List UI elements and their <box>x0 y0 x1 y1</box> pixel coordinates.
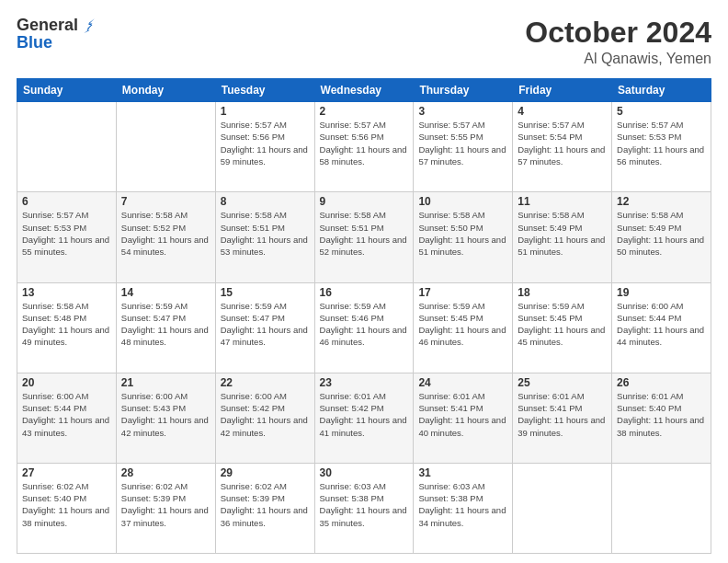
day-detail: Sunrise: 6:03 AM Sunset: 5:38 PM Dayligh… <box>418 480 507 529</box>
weekday-header-friday: Friday <box>513 79 612 102</box>
day-number: 9 <box>320 195 409 208</box>
day-detail: Sunrise: 5:58 AM Sunset: 5:49 PM Dayligh… <box>518 209 607 258</box>
day-number: 8 <box>221 195 310 208</box>
calendar-cell <box>17 102 117 192</box>
day-number: 18 <box>518 286 607 299</box>
day-detail: Sunrise: 5:59 AM Sunset: 5:46 PM Dayligh… <box>320 300 409 349</box>
day-detail: Sunrise: 6:00 AM Sunset: 5:43 PM Dayligh… <box>121 390 210 439</box>
day-number: 23 <box>320 376 409 389</box>
day-number: 26 <box>617 376 706 389</box>
day-number: 16 <box>320 286 409 299</box>
calendar-cell: 9Sunrise: 5:58 AM Sunset: 5:51 PM Daylig… <box>314 192 414 282</box>
day-number: 2 <box>320 105 409 118</box>
calendar-cell: 18Sunrise: 5:59 AM Sunset: 5:45 PM Dayli… <box>513 282 612 373</box>
day-detail: Sunrise: 6:01 AM Sunset: 5:40 PM Dayligh… <box>617 390 706 439</box>
calendar-cell: 17Sunrise: 5:59 AM Sunset: 5:45 PM Dayli… <box>414 282 513 373</box>
calendar-cell: 20Sunrise: 6:00 AM Sunset: 5:44 PM Dayli… <box>17 373 117 463</box>
day-detail: Sunrise: 5:59 AM Sunset: 5:47 PM Dayligh… <box>221 300 310 349</box>
day-detail: Sunrise: 6:02 AM Sunset: 5:39 PM Dayligh… <box>121 480 210 529</box>
calendar-cell: 3Sunrise: 5:57 AM Sunset: 5:55 PM Daylig… <box>414 102 513 192</box>
weekday-header-sunday: Sunday <box>17 79 117 102</box>
day-detail: Sunrise: 6:00 AM Sunset: 5:44 PM Dayligh… <box>617 300 706 349</box>
calendar-cell <box>116 102 215 192</box>
day-detail: Sunrise: 5:57 AM Sunset: 5:53 PM Dayligh… <box>617 119 706 167</box>
day-detail: Sunrise: 6:02 AM Sunset: 5:39 PM Dayligh… <box>221 480 310 529</box>
logo-bird-icon <box>80 17 97 33</box>
day-detail: Sunrise: 5:58 AM Sunset: 5:51 PM Dayligh… <box>221 209 310 258</box>
weekday-header-saturday: Saturday <box>612 79 711 102</box>
day-detail: Sunrise: 6:01 AM Sunset: 5:42 PM Dayligh… <box>320 390 409 439</box>
day-detail: Sunrise: 5:57 AM Sunset: 5:54 PM Dayligh… <box>518 119 607 167</box>
day-detail: Sunrise: 5:57 AM Sunset: 5:55 PM Dayligh… <box>418 119 507 167</box>
title-block: October 2024 Al Qanawis, Yemen <box>525 17 711 67</box>
day-number: 3 <box>418 105 507 118</box>
calendar-cell: 12Sunrise: 5:58 AM Sunset: 5:49 PM Dayli… <box>612 192 711 282</box>
day-number: 27 <box>22 466 111 479</box>
day-detail: Sunrise: 5:58 AM Sunset: 5:51 PM Dayligh… <box>320 209 409 258</box>
day-detail: Sunrise: 6:00 AM Sunset: 5:42 PM Dayligh… <box>221 390 310 439</box>
calendar-cell: 4Sunrise: 5:57 AM Sunset: 5:54 PM Daylig… <box>513 102 612 192</box>
day-detail: Sunrise: 5:59 AM Sunset: 5:47 PM Dayligh… <box>121 300 210 349</box>
day-detail: Sunrise: 5:57 AM Sunset: 5:53 PM Dayligh… <box>22 209 111 258</box>
calendar-cell: 6Sunrise: 5:57 AM Sunset: 5:53 PM Daylig… <box>17 192 117 282</box>
day-number: 30 <box>320 466 409 479</box>
calendar-cell: 29Sunrise: 6:02 AM Sunset: 5:39 PM Dayli… <box>215 463 314 553</box>
day-detail: Sunrise: 5:58 AM Sunset: 5:52 PM Dayligh… <box>121 209 210 258</box>
calendar-cell: 10Sunrise: 5:58 AM Sunset: 5:50 PM Dayli… <box>414 192 513 282</box>
calendar-cell: 5Sunrise: 5:57 AM Sunset: 5:53 PM Daylig… <box>612 102 711 192</box>
calendar-week-row: 27Sunrise: 6:02 AM Sunset: 5:40 PM Dayli… <box>17 463 711 553</box>
day-number: 4 <box>518 105 607 118</box>
calendar-cell: 21Sunrise: 6:00 AM Sunset: 5:43 PM Dayli… <box>116 373 215 463</box>
calendar-cell: 15Sunrise: 5:59 AM Sunset: 5:47 PM Dayli… <box>215 282 314 373</box>
day-number: 29 <box>221 466 310 479</box>
calendar-table: SundayMondayTuesdayWednesdayThursdayFrid… <box>17 78 711 554</box>
weekday-header-monday: Monday <box>116 79 215 102</box>
day-detail: Sunrise: 6:03 AM Sunset: 5:38 PM Dayligh… <box>320 480 409 529</box>
day-number: 13 <box>22 286 111 299</box>
calendar-cell <box>513 463 612 553</box>
day-detail: Sunrise: 6:02 AM Sunset: 5:40 PM Dayligh… <box>22 480 111 529</box>
day-number: 22 <box>221 376 310 389</box>
calendar-cell: 8Sunrise: 5:58 AM Sunset: 5:51 PM Daylig… <box>215 192 314 282</box>
day-detail: Sunrise: 6:00 AM Sunset: 5:44 PM Dayligh… <box>22 390 111 439</box>
calendar-week-row: 20Sunrise: 6:00 AM Sunset: 5:44 PM Dayli… <box>17 373 711 463</box>
calendar-week-row: 6Sunrise: 5:57 AM Sunset: 5:53 PM Daylig… <box>17 192 711 282</box>
day-detail: Sunrise: 5:59 AM Sunset: 5:45 PM Dayligh… <box>418 300 507 349</box>
day-number: 12 <box>617 195 706 208</box>
day-number: 1 <box>221 105 310 118</box>
day-detail: Sunrise: 5:59 AM Sunset: 5:45 PM Dayligh… <box>518 300 607 349</box>
weekday-header-row: SundayMondayTuesdayWednesdayThursdayFrid… <box>17 79 711 102</box>
calendar-cell: 16Sunrise: 5:59 AM Sunset: 5:46 PM Dayli… <box>314 282 414 373</box>
day-number: 20 <box>22 376 111 389</box>
location-title: Al Qanawis, Yemen <box>525 51 711 67</box>
calendar-cell: 23Sunrise: 6:01 AM Sunset: 5:42 PM Dayli… <box>314 373 414 463</box>
weekday-header-tuesday: Tuesday <box>215 79 314 102</box>
logo-general: General <box>17 17 78 33</box>
month-title: October 2024 <box>525 17 711 49</box>
calendar-cell: 7Sunrise: 5:58 AM Sunset: 5:52 PM Daylig… <box>116 192 215 282</box>
calendar-cell: 14Sunrise: 5:59 AM Sunset: 5:47 PM Dayli… <box>116 282 215 373</box>
header: General Blue October 2024 Al Qanawis, Ye… <box>17 17 711 67</box>
day-number: 14 <box>121 286 210 299</box>
calendar-cell: 25Sunrise: 6:01 AM Sunset: 5:41 PM Dayli… <box>513 373 612 463</box>
weekday-header-wednesday: Wednesday <box>314 79 414 102</box>
day-detail: Sunrise: 5:58 AM Sunset: 5:50 PM Dayligh… <box>418 209 507 258</box>
calendar-cell: 24Sunrise: 6:01 AM Sunset: 5:41 PM Dayli… <box>414 373 513 463</box>
logo: General Blue <box>17 17 97 52</box>
day-detail: Sunrise: 6:01 AM Sunset: 5:41 PM Dayligh… <box>418 390 507 439</box>
day-detail: Sunrise: 5:58 AM Sunset: 5:48 PM Dayligh… <box>22 300 111 349</box>
day-number: 15 <box>221 286 310 299</box>
calendar-cell: 11Sunrise: 5:58 AM Sunset: 5:49 PM Dayli… <box>513 192 612 282</box>
calendar-cell <box>612 463 711 553</box>
calendar-cell: 13Sunrise: 5:58 AM Sunset: 5:48 PM Dayli… <box>17 282 117 373</box>
day-number: 11 <box>518 195 607 208</box>
calendar-cell: 30Sunrise: 6:03 AM Sunset: 5:38 PM Dayli… <box>314 463 414 553</box>
day-number: 24 <box>418 376 507 389</box>
calendar-page: General Blue October 2024 Al Qanawis, Ye… <box>0 0 728 563</box>
day-detail: Sunrise: 5:57 AM Sunset: 5:56 PM Dayligh… <box>320 119 409 167</box>
weekday-header-thursday: Thursday <box>414 79 513 102</box>
calendar-cell: 27Sunrise: 6:02 AM Sunset: 5:40 PM Dayli… <box>17 463 117 553</box>
day-number: 25 <box>518 376 607 389</box>
day-number: 5 <box>617 105 706 118</box>
day-detail: Sunrise: 6:01 AM Sunset: 5:41 PM Dayligh… <box>518 390 607 439</box>
